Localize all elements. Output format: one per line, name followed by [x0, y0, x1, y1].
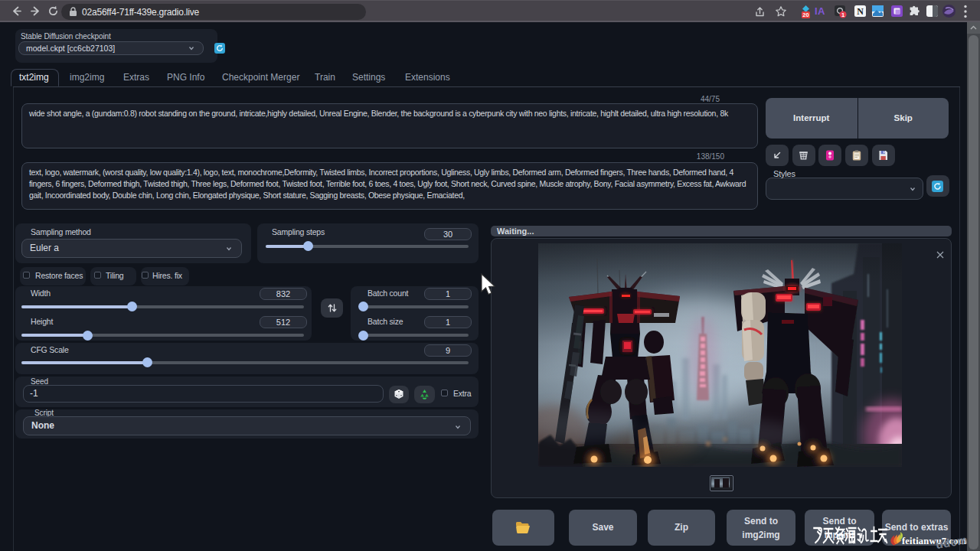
svg-text:1: 1 [841, 11, 844, 18]
svg-text:N: N [857, 6, 864, 17]
svg-text:20: 20 [802, 11, 808, 18]
